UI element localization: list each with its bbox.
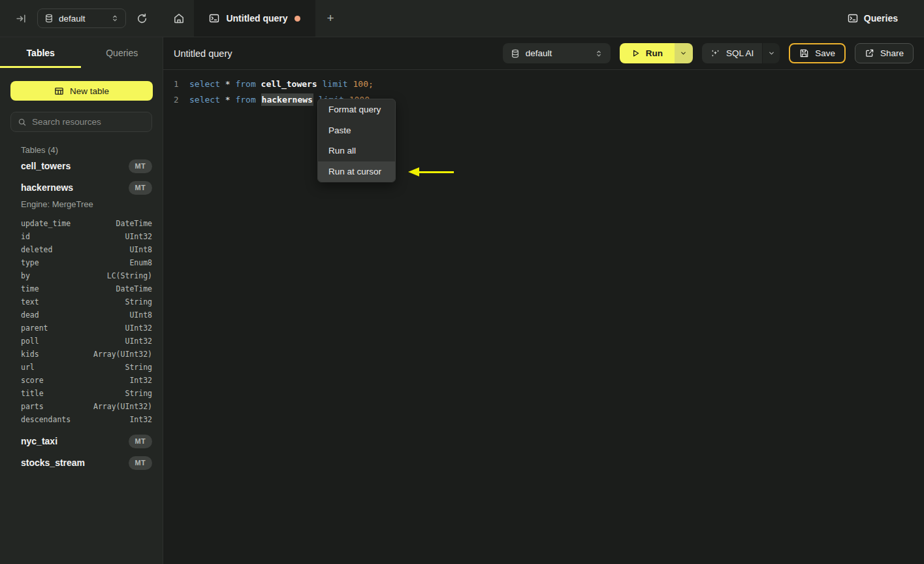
sql-ai-button[interactable]: SQL AI: [702, 43, 762, 63]
sidebar-tab-queries[interactable]: Queries: [82, 37, 163, 68]
column-row[interactable]: update_timeDateTime: [0, 217, 163, 230]
column-row[interactable]: byLC(String): [0, 269, 163, 282]
column-type: UInt32: [125, 232, 152, 241]
sql-ai-dropdown[interactable]: [762, 43, 780, 63]
main-area: Untitled query default Run: [163, 37, 924, 564]
table-name: hackernews: [21, 182, 73, 193]
sql-editor[interactable]: 1select * from cell_towers limit 100;2se…: [163, 70, 924, 107]
database-icon: [44, 14, 54, 23]
new-tab-button[interactable]: +: [315, 0, 345, 37]
table-row-nyc-taxi[interactable]: nyc_taxi MT: [0, 433, 163, 449]
share-button[interactable]: Share: [855, 43, 914, 63]
column-name: parts: [21, 402, 44, 411]
column-type: DateTime: [116, 219, 152, 228]
annotation-arrow-line: [418, 171, 454, 173]
code-lines: 1select * from cell_towers limit 100;2se…: [163, 76, 924, 107]
tab-label: Untitled query: [226, 13, 287, 24]
column-list: update_timeDateTimeidUInt32deletedUInt8t…: [0, 217, 163, 426]
annotation-arrow-head: [408, 167, 419, 176]
save-icon: [799, 48, 809, 58]
column-type: UInt32: [125, 323, 152, 333]
queries-button[interactable]: Queries: [848, 13, 898, 24]
active-tab-underline: [0, 66, 81, 68]
collapse-sidebar-icon[interactable]: [13, 10, 29, 26]
toolbar-controls: default Run: [503, 43, 914, 63]
column-row[interactable]: idUInt32: [0, 230, 163, 243]
column-row[interactable]: deadUInt8: [0, 308, 163, 322]
topbar-database-selector[interactable]: default: [37, 8, 126, 28]
column-row[interactable]: pollUInt32: [0, 335, 163, 348]
toolbar-database-selector[interactable]: default: [503, 43, 611, 63]
run-split-button: Run: [620, 43, 693, 63]
column-type: Enum8: [129, 258, 152, 267]
column-name: kids: [21, 350, 39, 359]
menu-item-run-all[interactable]: Run all: [318, 141, 395, 161]
new-table-label: New table: [70, 86, 109, 96]
column-name: score: [21, 376, 44, 385]
sidebar: Tables Queries New table Tables (4) cell…: [0, 37, 163, 564]
sidebar-tabs: Tables Queries: [0, 37, 163, 68]
code-line[interactable]: 1select * from cell_towers limit 100;: [163, 76, 924, 91]
sql-ai-split-button: SQL AI: [702, 43, 780, 63]
save-button[interactable]: Save: [789, 43, 846, 63]
table-name: nyc_taxi: [21, 436, 57, 446]
menu-item-run-at-cursor[interactable]: Run at cursor: [318, 161, 395, 182]
column-row[interactable]: urlString: [0, 361, 163, 374]
column-name: time: [21, 284, 39, 293]
code-text: select * from cell_towers limit 100;: [189, 79, 374, 89]
engine-info: Engine: MergeTree: [0, 199, 163, 210]
column-type: UInt8: [129, 310, 152, 320]
refresh-icon[interactable]: [133, 9, 151, 27]
topbar-database-value: default: [59, 14, 106, 24]
column-type: Array(UInt32): [93, 350, 152, 359]
topbar-left-section: default: [0, 0, 163, 37]
menu-item-format-query[interactable]: Format query: [318, 99, 395, 120]
table-name: cell_towers: [21, 161, 71, 171]
chevron-updown-icon: [111, 14, 119, 22]
play-icon: [631, 49, 640, 58]
search-box: [10, 112, 152, 132]
column-row[interactable]: textString: [0, 295, 163, 308]
query-title: Untitled query: [174, 48, 232, 59]
run-options-dropdown[interactable]: [675, 43, 693, 63]
tab-untitled-query[interactable]: Untitled query: [194, 0, 315, 37]
column-row[interactable]: typeEnum8: [0, 256, 163, 269]
column-name: by: [21, 271, 30, 280]
topbar-spacer: [345, 0, 848, 37]
save-button-label: Save: [815, 48, 835, 58]
tab-strip: Untitled query +: [163, 0, 345, 37]
sql-ai-label: SQL AI: [726, 48, 754, 58]
column-name: title: [21, 389, 44, 398]
column-row[interactable]: timeDateTime: [0, 282, 163, 295]
column-row[interactable]: parentUInt32: [0, 322, 163, 335]
terminal-icon: [848, 13, 858, 24]
column-name: descendants: [21, 415, 71, 424]
top-bar: default Untitled query + Queries: [0, 0, 924, 37]
column-type: UInt32: [125, 337, 152, 346]
run-button[interactable]: Run: [620, 43, 675, 63]
home-icon[interactable]: [163, 0, 194, 37]
column-row[interactable]: partsArray(UInt32): [0, 400, 163, 413]
table-row-cell-towers[interactable]: cell_towers MT: [0, 158, 163, 174]
column-row[interactable]: kidsArray(UInt32): [0, 348, 163, 361]
run-button-label: Run: [646, 48, 663, 58]
search-input[interactable]: [32, 117, 148, 127]
column-row[interactable]: deletedUInt8: [0, 243, 163, 256]
column-row[interactable]: scoreInt32: [0, 374, 163, 387]
column-name: deleted: [21, 245, 52, 254]
column-type: LC(String): [107, 271, 152, 280]
unsaved-changes-dot: [295, 16, 300, 22]
column-type: Int32: [129, 415, 152, 424]
sidebar-tab-tables[interactable]: Tables: [0, 37, 82, 68]
column-type: String: [125, 363, 152, 372]
column-row[interactable]: titleString: [0, 387, 163, 400]
table-row-hackernews[interactable]: hackernews MT: [0, 180, 163, 195]
table-row-stocks-stream[interactable]: stocks_stream MT: [0, 455, 163, 471]
code-line[interactable]: 2select * from hackernews limit 1000: [163, 91, 924, 107]
share-icon: [865, 48, 874, 58]
column-name: url: [21, 363, 35, 372]
menu-item-paste[interactable]: Paste: [318, 120, 395, 141]
database-icon: [511, 49, 520, 58]
new-table-button[interactable]: New table: [10, 81, 153, 101]
column-row[interactable]: descendantsInt32: [0, 413, 163, 426]
